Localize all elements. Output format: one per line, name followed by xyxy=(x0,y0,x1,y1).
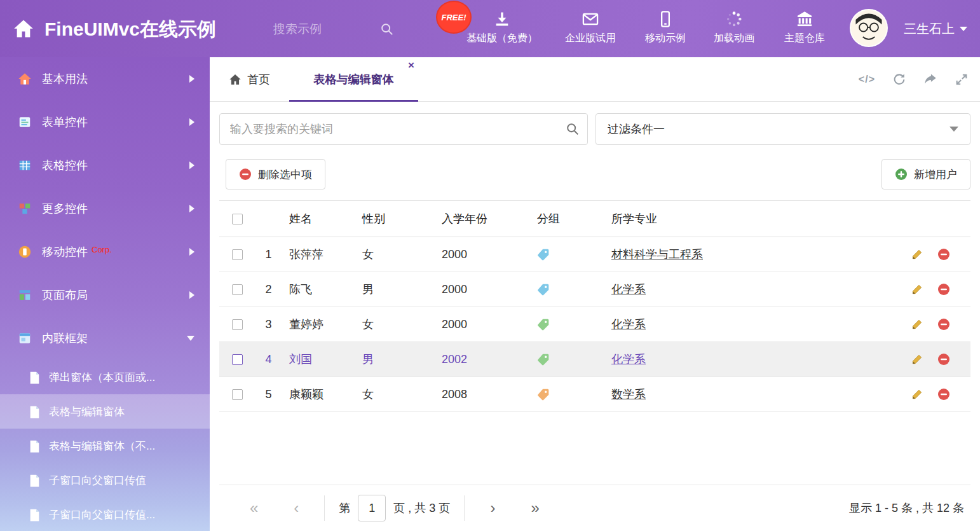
tab-active-label: 表格与编辑窗体 xyxy=(314,72,394,87)
row-checkbox[interactable] xyxy=(232,389,243,400)
delete-row-icon[interactable] xyxy=(937,318,950,331)
tag-icon xyxy=(537,318,550,331)
major-link[interactable]: 化学系 xyxy=(611,283,646,296)
submenu-item-label: 子窗口向父窗口传值... xyxy=(49,507,155,522)
select-all-checkbox[interactable] xyxy=(232,214,243,224)
topnav-enterprise-trial[interactable]: 企业版试用 xyxy=(553,9,628,50)
edit-pencil-icon[interactable] xyxy=(911,353,923,366)
grid-header-row: 姓名 性别 入学年份 分组 所学专业 xyxy=(219,200,970,237)
column-header-gender[interactable]: 性别 xyxy=(362,211,442,226)
search-button[interactable] xyxy=(558,114,587,144)
user-avatar[interactable] xyxy=(850,9,888,47)
table-row[interactable]: 1 张萍萍 女 2000 材料科学与工程系 xyxy=(219,237,970,272)
table-row-selected[interactable]: 4 刘国 男 2002 化学系 xyxy=(219,342,970,377)
chevron-down-icon xyxy=(960,27,967,31)
sidebar-item-label: 表格控件 xyxy=(42,158,88,173)
edit-pencil-icon[interactable] xyxy=(911,318,923,331)
share-icon[interactable] xyxy=(923,72,937,86)
row-checkbox[interactable] xyxy=(232,354,243,365)
last-page-button[interactable]: » xyxy=(531,500,539,516)
delete-row-icon[interactable] xyxy=(937,388,950,401)
tab-grid-edit-window[interactable]: 表格与编辑窗体 × xyxy=(289,57,418,102)
delete-selected-button[interactable]: 删除选中项 xyxy=(226,159,325,190)
topnav-label: 移动示例 xyxy=(645,32,686,45)
form-icon xyxy=(18,115,32,129)
mobile-circle-icon xyxy=(18,245,32,259)
sidebar-item-label: 页面布局 xyxy=(42,287,88,303)
delete-row-icon[interactable] xyxy=(937,283,950,296)
expand-icon[interactable] xyxy=(955,72,969,86)
file-icon xyxy=(29,440,40,452)
filter-dropdown[interactable]: 过滤条件一 xyxy=(595,113,970,145)
table-row[interactable]: 2 陈飞 男 2000 化学系 xyxy=(219,272,970,307)
sidebar-item-iframe[interactable]: 内联框架 xyxy=(0,317,210,360)
submenu-item-label: 子窗口向父窗口传值 xyxy=(49,473,146,488)
data-grid: 姓名 性别 入学年份 分组 所学专业 1 张萍萍 女 2000 材料科学与工程系 xyxy=(219,200,970,412)
tab-home-label: 首页 xyxy=(247,72,270,87)
column-header-name[interactable]: 姓名 xyxy=(286,211,362,226)
page-number-input[interactable] xyxy=(358,495,386,521)
sidebar-item-mobile-controls[interactable]: 移动控件 Corp. xyxy=(0,230,210,273)
submenu-item-child-to-parent-2[interactable]: 子窗口向父窗口传值... xyxy=(0,497,210,531)
sidebar-item-label: 内联框架 xyxy=(42,331,88,346)
add-user-button[interactable]: 新增用户 xyxy=(881,159,970,190)
sidebar-item-grid-controls[interactable]: 表格控件 xyxy=(0,144,210,187)
cell-gender: 男 xyxy=(362,352,442,367)
cell-year: 2002 xyxy=(442,353,537,366)
prev-page-button[interactable]: ‹ xyxy=(294,500,299,516)
topnav-loading-animation[interactable]: 加载动画 xyxy=(703,9,765,50)
sidebar-item-page-layout[interactable]: 页面布局 xyxy=(0,273,210,317)
edit-pencil-icon[interactable] xyxy=(911,388,923,401)
user-name: 三生石上 xyxy=(904,20,955,38)
refresh-icon[interactable] xyxy=(892,72,906,86)
major-link[interactable]: 化学系 xyxy=(611,353,646,366)
next-page-button[interactable]: › xyxy=(490,500,495,516)
close-icon[interactable]: × xyxy=(408,60,414,71)
free-badge: FREE! xyxy=(436,1,472,34)
minus-circle-icon xyxy=(239,168,252,181)
keyword-search-input[interactable] xyxy=(220,123,558,136)
submenu-item-grid-edit-window[interactable]: 表格与编辑窗体 xyxy=(0,394,210,429)
table-row[interactable]: 5 康颖颖 女 2008 数学系 xyxy=(219,377,970,412)
row-checkbox[interactable] xyxy=(232,284,243,295)
row-checkbox[interactable] xyxy=(232,319,243,330)
tab-home[interactable]: 首页 xyxy=(229,57,270,102)
topnav-mobile-demo[interactable]: 移动示例 xyxy=(634,9,697,50)
column-header-major[interactable]: 所学专业 xyxy=(607,211,894,226)
file-icon xyxy=(29,406,40,418)
table-row[interactable]: 3 董婷婷 女 2000 化学系 xyxy=(219,307,970,342)
sidebar-item-more-controls[interactable]: 更多控件 xyxy=(0,187,210,230)
edit-pencil-icon[interactable] xyxy=(911,283,923,296)
cell-year: 2000 xyxy=(442,318,537,331)
user-menu[interactable]: 三生石上 xyxy=(904,20,967,38)
delete-row-icon[interactable] xyxy=(937,353,950,366)
pagination-bar: « ‹ 第 页 , 共 3 页 › » 显示 1 - 5 条 , 共 12 条 xyxy=(219,485,970,531)
page-number-group: 第 页 , 共 3 页 xyxy=(324,495,465,521)
column-header-group[interactable]: 分组 xyxy=(537,211,607,226)
topnav-theme-repo[interactable]: 主题仓库 xyxy=(772,9,838,50)
major-link[interactable]: 材料科学与工程系 xyxy=(611,248,703,261)
major-link[interactable]: 化学系 xyxy=(611,318,646,331)
edit-pencil-icon[interactable] xyxy=(911,248,923,261)
first-page-button[interactable]: « xyxy=(250,500,258,516)
submenu-item-popup-window[interactable]: 弹出窗体（本页面或... xyxy=(0,360,210,394)
submenu-item-label: 表格与编辑窗体（不... xyxy=(49,439,155,453)
sidebar-item-label: 表单控件 xyxy=(42,114,88,130)
home-icon[interactable] xyxy=(13,18,34,39)
row-checkbox[interactable] xyxy=(232,249,243,260)
submenu-item-child-to-parent[interactable]: 子窗口向父窗口传值 xyxy=(0,463,210,497)
top-search-input[interactable] xyxy=(273,22,375,36)
search-icon[interactable] xyxy=(380,22,394,36)
active-tab-underline xyxy=(289,100,418,102)
sidebar-item-basic-usage[interactable]: 基本用法 xyxy=(0,57,210,100)
source-code-icon[interactable]: </> xyxy=(859,74,875,85)
layout-icon xyxy=(18,288,32,302)
bank-icon xyxy=(796,10,813,28)
submenu-item-grid-edit-window-2[interactable]: 表格与编辑窗体（不... xyxy=(0,429,210,463)
sidebar-item-form-controls[interactable]: 表单控件 xyxy=(0,100,210,144)
major-link[interactable]: 数学系 xyxy=(611,388,646,401)
chevron-right-icon xyxy=(189,162,194,169)
delete-row-icon[interactable] xyxy=(937,248,950,261)
column-header-year[interactable]: 入学年份 xyxy=(442,211,537,226)
filter-row: 过滤条件一 xyxy=(219,113,970,145)
